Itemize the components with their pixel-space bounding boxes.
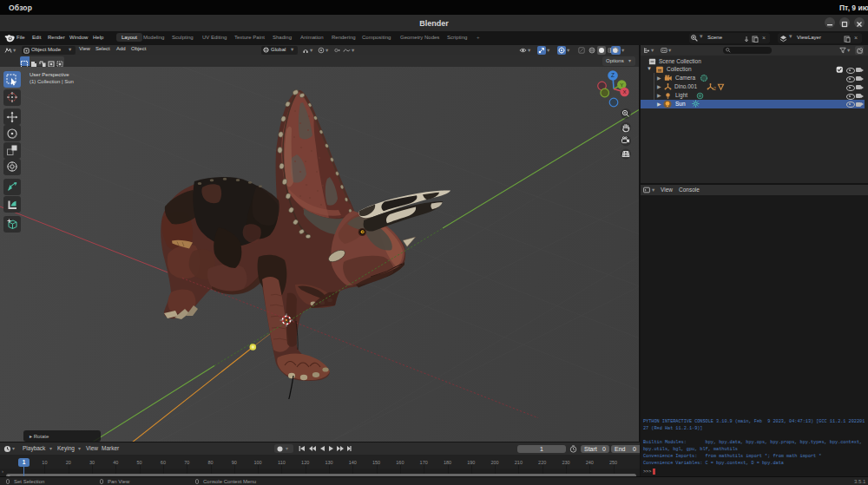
svg-text:Y: Y bbox=[620, 82, 623, 88]
svg-text:Z: Z bbox=[611, 72, 615, 78]
svg-text:X: X bbox=[622, 89, 626, 95]
